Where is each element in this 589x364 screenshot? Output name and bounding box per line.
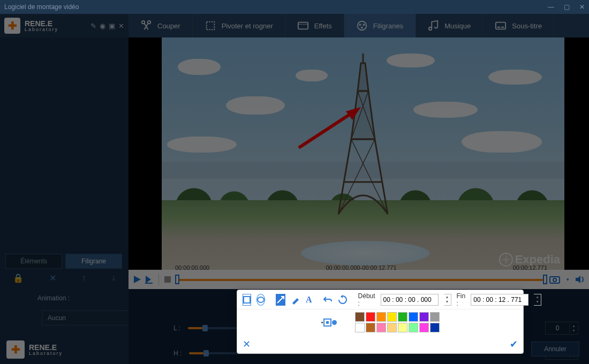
lock-icon[interactable]: 🔒 — [13, 273, 24, 283]
svg-rect-17 — [244, 297, 250, 303]
palette-color[interactable] — [387, 312, 397, 322]
palette-color[interactable] — [398, 323, 407, 332]
svg-rect-12 — [145, 283, 153, 284]
drawing-toolbar: A Début : ▲▼ Fin : ▲▼ ✕ ✔ — [237, 290, 524, 354]
start-down[interactable]: ▼ — [444, 299, 451, 304]
svg-line-7 — [299, 111, 354, 148]
svg-rect-1 — [298, 22, 308, 29]
timeline-track[interactable]: 00:00:00.000 00:00:00.000-00:00:12.771 0… — [175, 273, 547, 286]
tab-label: Couper — [157, 22, 180, 30]
annotation-arrow — [297, 107, 361, 150]
palette-color[interactable] — [419, 323, 429, 332]
palette-color[interactable] — [430, 323, 440, 332]
tab-sous-titre[interactable]: Sous-titre — [483, 14, 554, 37]
tab-musique[interactable]: Musique — [416, 14, 483, 37]
tab-label: Effets — [314, 22, 332, 30]
palette-color[interactable] — [355, 323, 365, 332]
step-icon[interactable] — [145, 274, 155, 285]
shape-rect[interactable] — [243, 294, 251, 306]
palette-color[interactable] — [366, 323, 375, 332]
stroke-size-2[interactable] — [326, 321, 329, 324]
svg-rect-0 — [206, 22, 214, 30]
tab-label: Filigranes — [373, 22, 403, 30]
start-up[interactable]: ▲ — [444, 294, 451, 299]
svg-point-2 — [358, 21, 367, 31]
palette-color[interactable] — [430, 312, 440, 322]
cancel-button[interactable]: Annuler — [531, 342, 579, 357]
seg-elements[interactable]: Éléments — [5, 254, 62, 269]
eye-icon[interactable]: ◉ — [100, 22, 105, 30]
tab-effets[interactable]: Effets — [285, 14, 344, 37]
svg-rect-13 — [164, 276, 171, 283]
close-panel-icon[interactable]: ✕ — [118, 22, 124, 30]
remove-icon[interactable]: ✕ — [49, 273, 56, 283]
height-label: H : — [173, 350, 185, 357]
color-palette — [355, 312, 440, 332]
svg-point-5 — [361, 27, 363, 29]
shape-brush[interactable] — [291, 294, 300, 306]
palette-color[interactable] — [366, 312, 375, 322]
palette-color[interactable] — [376, 323, 386, 332]
move-down-icon[interactable]: ↓ — [111, 273, 116, 283]
undo-icon[interactable] — [323, 294, 333, 306]
tab-couper[interactable]: Couper — [129, 14, 193, 37]
popup-cancel-icon[interactable]: ✕ — [243, 338, 251, 350]
palette-color[interactable] — [355, 312, 365, 322]
shape-arrow[interactable] — [276, 294, 285, 306]
move-up-icon[interactable]: ↑ — [81, 273, 86, 283]
width-down[interactable]: ▼ — [570, 328, 578, 333]
minimize-button[interactable]: — — [548, 3, 554, 11]
palette-color[interactable] — [409, 312, 418, 322]
width-value[interactable] — [546, 322, 569, 334]
timeline-strip: 00:00:00.000 00:00:00.000-00:00:12.771 0… — [129, 270, 589, 289]
brand-name: RENE.ELaboratory — [25, 20, 58, 32]
stroke-size-1[interactable] — [321, 322, 323, 323]
svg-rect-6 — [496, 22, 505, 29]
play-icon[interactable] — [132, 274, 142, 285]
copy-icon[interactable]: ▣ — [109, 22, 115, 30]
volume-icon[interactable] — [575, 274, 586, 285]
palette-color[interactable] — [398, 312, 407, 322]
seg-filigrane[interactable]: Filigrane — [65, 254, 122, 269]
palette-color[interactable] — [419, 312, 429, 322]
shape-text[interactable]: A — [306, 294, 312, 306]
trim-start-handle[interactable] — [175, 275, 179, 284]
palette-color[interactable] — [376, 312, 386, 322]
end-input[interactable] — [471, 294, 528, 306]
start-label: Début : — [358, 292, 375, 307]
stop-icon[interactable] — [162, 274, 173, 285]
brand-logo: ✚ — [4, 18, 20, 34]
svg-point-4 — [363, 24, 365, 26]
left-panel: Éléments Filigrane 🔒 ✕ ↑ ↓ Animation : A… — [0, 37, 129, 364]
palette-color[interactable] — [387, 323, 397, 332]
maximize-button[interactable]: ▢ — [564, 3, 570, 11]
width-up[interactable]: ▲ — [570, 323, 578, 328]
svg-marker-10 — [134, 276, 141, 283]
palette-color[interactable] — [409, 323, 418, 332]
start-input[interactable] — [381, 294, 439, 306]
snapshot-menu-icon[interactable]: ▾ — [562, 274, 573, 285]
svg-point-18 — [258, 297, 264, 302]
timeline-range: 00:00:00.000-00:00:12.771 — [326, 264, 396, 271]
tab-pivoter[interactable]: Pivoter et rogner — [193, 14, 285, 37]
animation-label: Animation : — [37, 294, 70, 302]
stroke-size-3[interactable] — [332, 320, 337, 325]
brand-footer: ✚ RENE.ELaboratory — [6, 340, 63, 359]
popup-confirm-icon[interactable]: ✔ — [510, 338, 518, 350]
top-tabs: CouperPivoter et rognerEffetsFiligranesM… — [129, 14, 589, 37]
svg-marker-16 — [576, 276, 580, 283]
width-spin[interactable]: ▲▼ — [545, 322, 578, 335]
brush-icon[interactable]: ✎ — [90, 22, 96, 30]
trim-end-handle[interactable] — [543, 275, 547, 284]
end-up[interactable]: ▲ — [534, 294, 541, 299]
close-button[interactable]: ✕ — [579, 3, 585, 11]
video-preview[interactable]: Expedia — [162, 37, 564, 270]
end-down[interactable]: ▼ — [534, 299, 541, 304]
tab-label: Pivoter et rogner — [222, 22, 273, 30]
shape-ellipse[interactable] — [256, 294, 265, 306]
snapshot-icon[interactable] — [549, 274, 560, 285]
header: ✚ RENE.ELaboratory ✎ ◉ ▣ ✕ CouperPivoter… — [0, 14, 589, 37]
tab-filigranes[interactable]: Filigranes — [344, 14, 416, 37]
reset-icon[interactable] — [338, 294, 348, 306]
svg-marker-11 — [146, 276, 151, 283]
